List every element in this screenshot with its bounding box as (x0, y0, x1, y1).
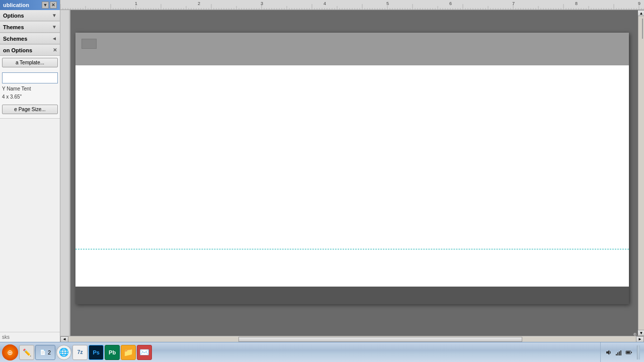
ruler-mark-5: 5 (386, 1, 389, 6)
start-icon-symbol: ⊕ (7, 348, 13, 356)
ruler-mark-3: 3 (261, 1, 263, 6)
coord-display: ⊕ (633, 331, 636, 337)
ruler-top: // Inline ticks for ruler - will be gene… (60, 0, 644, 10)
taskbar-icon-photoshop[interactable]: Ps (89, 345, 104, 360)
canvas-area[interactable] (70, 10, 638, 336)
panel-title-bar: ublication ▼ ✕ (0, 0, 60, 10)
hscroll-track (68, 337, 636, 342)
chrome-icon-symbol: 🌐 (59, 347, 69, 357)
themes-header[interactable]: Themes ▼ (0, 22, 60, 33)
ruler-mark-6: 6 (449, 1, 452, 6)
hscroll-right-btn[interactable]: ► (636, 336, 644, 342)
schemes-section: Schemes ◄ (0, 33, 60, 45)
taskbar-icon-pen[interactable]: ✏️ (19, 345, 34, 360)
vscroll-up-btn[interactable]: ▲ (637, 10, 645, 16)
taskbar-app-items: ⊕ ✏️ 📄 2 🌐 7z Ps Pb 📁 (0, 344, 600, 360)
page-size-button[interactable]: e Page Size... (2, 105, 58, 114)
ruler-mark-8: 8 (575, 1, 578, 6)
mail-icon-symbol: ✉️ (139, 347, 149, 357)
tray-battery-icon[interactable] (625, 348, 633, 356)
guide-line-2 (75, 249, 629, 249)
taskbar-active-item[interactable]: 📄 2 (35, 345, 55, 360)
footer-text: sks (2, 334, 10, 340)
h-scrollbar: ◄ ► (60, 336, 644, 342)
show-desktop-btn[interactable] (637, 345, 640, 359)
pen-icon-symbol: ✏️ (23, 348, 31, 356)
options-header[interactable]: Options ▼ (0, 10, 60, 21)
on-options-content: a Template... Y Name Tent 4 x 3.65" e Pa… (0, 56, 60, 118)
taskbar-icon-chrome[interactable]: 🌐 (56, 345, 71, 360)
options-label: Options (3, 13, 24, 19)
schemes-label: Schemes (3, 36, 27, 42)
taskbar: ⊕ ✏️ 📄 2 🌐 7z Ps Pb 📁 (0, 342, 644, 362)
taskbar-icon-start[interactable]: ⊕ (2, 344, 18, 360)
panel-title: ublication (3, 2, 29, 8)
ruler-mark-1: 1 (135, 1, 137, 6)
panel-footer: sks (0, 332, 60, 342)
svg-rect-264 (620, 350, 621, 355)
panel-title-controls: ▼ ✕ (42, 2, 57, 9)
document-page (75, 33, 629, 304)
tray-speaker-icon[interactable] (605, 348, 613, 356)
themes-label: Themes (3, 24, 24, 30)
themes-expand-icon: ▼ (52, 24, 57, 30)
7zip-icon-symbol: 7z (77, 349, 83, 355)
svg-rect-258 (60, 10, 70, 336)
taskbar-icon-publisher[interactable]: Pb (105, 345, 120, 360)
options-expand-icon: ▼ (52, 13, 57, 18)
folder-icon-symbol: 📁 (123, 347, 133, 357)
page-footer-band (75, 287, 629, 304)
ruler-left: 0 1 2 3 4 (60, 10, 70, 336)
ruler-left-svg (60, 10, 70, 336)
svg-rect-263 (619, 351, 620, 355)
on-options-header[interactable]: on Options ✕ (0, 45, 60, 56)
hscroll-left-btn[interactable]: ◄ (60, 336, 68, 342)
on-options-expand-icon: ✕ (53, 47, 57, 53)
panel-minimize-btn[interactable]: ▼ (42, 2, 49, 9)
template-input[interactable] (2, 72, 58, 83)
schemes-header[interactable]: Schemes ◄ (0, 33, 60, 44)
ruler-mark-2: 2 (198, 1, 200, 6)
coord-icon: ⊕ (633, 331, 636, 337)
vscroll-down-btn[interactable]: ▼ (637, 330, 645, 336)
ruler-mark-7: 7 (512, 1, 515, 6)
taskbar-icon-mail[interactable]: ✉️ (137, 345, 152, 360)
ruler-mark-4: 4 (324, 1, 326, 6)
tray-network-icon[interactable] (615, 348, 623, 356)
page-content-area (75, 66, 629, 252)
left-panel: ublication ▼ ✕ Options ▼ Themes ▼ Scheme… (0, 0, 60, 342)
hscroll-thumb[interactable] (238, 337, 522, 342)
svg-rect-266 (626, 351, 630, 353)
vscroll-thumb[interactable] (642, 19, 643, 39)
panel-close-btn[interactable]: ✕ (50, 2, 57, 9)
ps-icon-symbol: Ps (93, 349, 99, 355)
taskbar-tray (600, 342, 644, 362)
canvas-wrapper: 0 1 2 3 4 (60, 10, 644, 336)
page-header-band (75, 33, 629, 65)
template-button[interactable]: a Template... (2, 58, 58, 67)
v-scrollbar[interactable]: ▲ ▼ (638, 10, 644, 336)
svg-rect-267 (631, 352, 632, 353)
taskbar-icon-filemanager[interactable]: 📁 (121, 345, 136, 360)
taskbar-icon-7zip[interactable]: 7z (72, 345, 88, 360)
header-icon (82, 39, 97, 49)
on-options-label: on Options (3, 47, 32, 53)
svg-rect-262 (617, 352, 618, 355)
product-size: 4 x 3.65" (2, 94, 58, 101)
active-item-icon: 📄 (40, 349, 46, 355)
ruler-top-numbers: 1 2 3 4 5 6 7 8 9 (60, 1, 644, 10)
app-container: ublication ▼ ✕ Options ▼ Themes ▼ Scheme… (0, 0, 644, 342)
main-area: // Inline ticks for ruler - will be gene… (60, 0, 644, 342)
schemes-expand-icon: ◄ (52, 36, 57, 41)
themes-section: Themes ▼ (0, 22, 60, 33)
ruler-mark-9: 9 (638, 1, 640, 6)
pub-icon-symbol: Pb (109, 349, 116, 355)
on-options-section: on Options ✕ a Template... Y Name Tent 4… (0, 45, 60, 119)
product-name: Y Name Tent (2, 85, 58, 93)
svg-rect-261 (616, 354, 617, 355)
options-section: Options ▼ (0, 10, 60, 22)
svg-marker-260 (606, 350, 609, 355)
active-item-label: 2 (48, 349, 51, 355)
